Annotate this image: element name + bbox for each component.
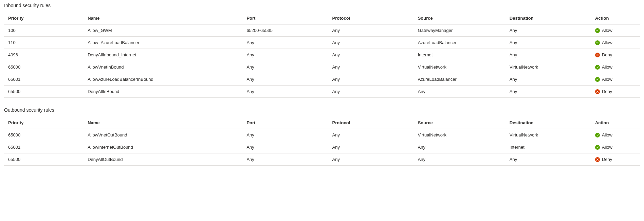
cell-port: 65200-65535 (242, 24, 328, 37)
cell-name: AllowVnetInBound (84, 61, 242, 73)
allow-icon (595, 65, 600, 70)
cell-destination: Any (505, 37, 591, 49)
action-label: Allow (602, 132, 612, 137)
action-label: Allow (602, 40, 612, 45)
cell-action: Allow (591, 37, 640, 49)
action-label: Deny (602, 89, 612, 94)
cell-source: VirtualNetwork (414, 61, 505, 73)
column-header-priority[interactable]: Priority (4, 117, 84, 129)
cell-name: Allow_AzureLoadBalancer (84, 37, 242, 49)
action-label: Deny (602, 157, 612, 162)
allow-icon (595, 145, 600, 150)
cell-action: Deny (591, 153, 640, 166)
column-header-source[interactable]: Source (414, 117, 505, 129)
deny-icon (595, 157, 600, 162)
cell-destination: Any (505, 73, 591, 86)
cell-port: Any (242, 153, 328, 166)
cell-protocol: Any (328, 129, 414, 141)
cell-source: Internet (414, 49, 505, 61)
cell-priority: 65001 (4, 73, 84, 86)
cell-action: Allow (591, 24, 640, 37)
cell-port: Any (242, 86, 328, 98)
table-row[interactable]: 65500DenyAllOutBoundAnyAnyAnyAnyDeny (4, 153, 640, 166)
table-row[interactable]: 65001AllowAzureLoadBalancerInBoundAnyAny… (4, 73, 640, 86)
column-header-source[interactable]: Source (414, 12, 505, 24)
cell-action: Deny (591, 49, 640, 61)
column-header-name[interactable]: Name (84, 117, 242, 129)
cell-name: DenyAllOutBound (84, 153, 242, 166)
rules-table: PriorityNamePortProtocolSourceDestinatio… (4, 12, 640, 98)
cell-priority: 100 (4, 24, 84, 37)
table-row[interactable]: 65000AllowVnetOutBoundAnyAnyVirtualNetwo… (4, 129, 640, 141)
cell-destination: Any (505, 24, 591, 37)
rules-table: PriorityNamePortProtocolSourceDestinatio… (4, 117, 640, 166)
cell-name: AllowInternetOutBound (84, 141, 242, 153)
cell-priority: 110 (4, 37, 84, 49)
cell-source: GatewayManager (414, 24, 505, 37)
table-row[interactable]: 65001AllowInternetOutBoundAnyAnyAnyInter… (4, 141, 640, 153)
cell-destination: VirtualNetwork (505, 61, 591, 73)
column-header-port[interactable]: Port (242, 12, 328, 24)
cell-port: Any (242, 61, 328, 73)
table-row[interactable]: 4096DenyAllInbound_InternetAnyAnyInterne… (4, 49, 640, 61)
action-label: Allow (602, 65, 612, 70)
cell-source: Any (414, 141, 505, 153)
cell-destination: Any (505, 86, 591, 98)
cell-source: Any (414, 153, 505, 166)
column-header-name[interactable]: Name (84, 12, 242, 24)
action-label: Deny (602, 52, 612, 57)
action-label: Allow (602, 145, 612, 150)
column-header-action[interactable]: Action (591, 117, 640, 129)
section-title: Inbound security rules (4, 3, 640, 8)
cell-action: Allow (591, 73, 640, 86)
table-row[interactable]: 110Allow_AzureLoadBalancerAnyAnyAzureLoa… (4, 37, 640, 49)
deny-icon (595, 53, 600, 57)
cell-action: Allow (591, 61, 640, 73)
allow-icon (595, 28, 600, 33)
cell-name: AllowVnetOutBound (84, 129, 242, 141)
cell-name: AllowAzureLoadBalancerInBound (84, 73, 242, 86)
cell-priority: 4096 (4, 49, 84, 61)
cell-port: Any (242, 49, 328, 61)
column-header-priority[interactable]: Priority (4, 12, 84, 24)
cell-priority: 65500 (4, 86, 84, 98)
cell-protocol: Any (328, 61, 414, 73)
cell-protocol: Any (328, 141, 414, 153)
cell-protocol: Any (328, 37, 414, 49)
cell-protocol: Any (328, 24, 414, 37)
cell-protocol: Any (328, 73, 414, 86)
cell-port: Any (242, 129, 328, 141)
deny-icon (595, 89, 600, 94)
table-row[interactable]: 100Allow_GWM65200-65535AnyGatewayManager… (4, 24, 640, 37)
cell-port: Any (242, 141, 328, 153)
table-row[interactable]: 65000AllowVnetInBoundAnyAnyVirtualNetwor… (4, 61, 640, 73)
column-header-destination[interactable]: Destination (505, 117, 591, 129)
outbound-rules-section: Outbound security rulesPriorityNamePortP… (4, 107, 640, 166)
table-row[interactable]: 65500DenyAllInBoundAnyAnyAnyAnyDeny (4, 86, 640, 98)
column-header-protocol[interactable]: Protocol (328, 117, 414, 129)
inbound-rules-section: Inbound security rulesPriorityNamePortPr… (4, 3, 640, 98)
cell-source: AzureLoadBalancer (414, 37, 505, 49)
column-header-protocol[interactable]: Protocol (328, 12, 414, 24)
column-header-destination[interactable]: Destination (505, 12, 591, 24)
cell-name: DenyAllInbound_Internet (84, 49, 242, 61)
column-header-action[interactable]: Action (591, 12, 640, 24)
cell-protocol: Any (328, 86, 414, 98)
column-header-port[interactable]: Port (242, 117, 328, 129)
allow-icon (595, 133, 600, 137)
allow-icon (595, 40, 600, 45)
allow-icon (595, 77, 600, 82)
cell-priority: 65001 (4, 141, 84, 153)
cell-destination: Internet (505, 141, 591, 153)
cell-destination: Any (505, 49, 591, 61)
cell-port: Any (242, 73, 328, 86)
cell-port: Any (242, 37, 328, 49)
action-label: Allow (602, 28, 612, 33)
cell-protocol: Any (328, 153, 414, 166)
cell-destination: VirtualNetwork (505, 129, 591, 141)
cell-priority: 65000 (4, 61, 84, 73)
section-title: Outbound security rules (4, 107, 640, 113)
cell-name: DenyAllInBound (84, 86, 242, 98)
cell-destination: Any (505, 153, 591, 166)
cell-protocol: Any (328, 49, 414, 61)
